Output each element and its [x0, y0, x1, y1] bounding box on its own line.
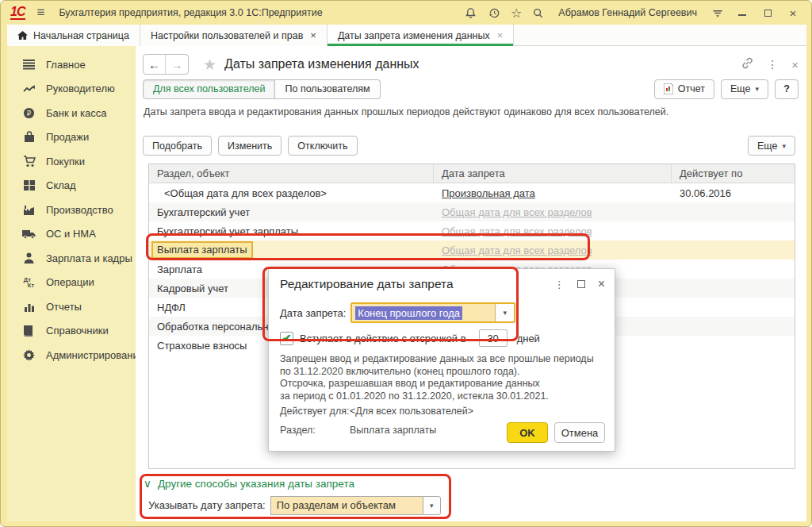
close-window-button[interactable]: ×: [784, 6, 802, 20]
cart-icon: [22, 155, 36, 168]
book-icon: [22, 324, 36, 337]
dialog-maximize-icon[interactable]: [577, 280, 585, 288]
cancel-button[interactable]: Отмена: [554, 422, 605, 443]
1c-logo-icon: 1С: [10, 6, 25, 20]
form-close-icon[interactable]: ×: [791, 58, 799, 71]
search-icon[interactable]: [530, 5, 546, 21]
sidebar-item-label: Отчеты: [46, 301, 82, 313]
cell-section-focused[interactable]: Выплата зарплаты: [151, 241, 253, 259]
main-menu-icon[interactable]: ≡: [36, 5, 44, 21]
applies-for-label: Действует для:: [280, 406, 350, 417]
truck-icon: [22, 227, 36, 240]
tab-restriction-dates[interactable]: Даты запрета изменения данных ×: [327, 25, 514, 46]
sidebar-item-label: Операции: [46, 276, 94, 288]
date-link[interactable]: Общая дата для всех разделов: [442, 206, 592, 218]
tab-home[interactable]: Начальная страница: [7, 25, 140, 46]
table-row[interactable]: Бухгалтерский учет Общая дата для всех р…: [149, 202, 795, 221]
sidebar-item-label: Банк и касса: [46, 107, 107, 119]
sidebar-item-sales[interactable]: Продажи: [7, 125, 136, 150]
sidebar-item-purchases[interactable]: Покупки: [7, 149, 136, 174]
specify-date-value: По разделам и объектам: [270, 496, 423, 515]
home-icon: [17, 31, 28, 40]
date-link[interactable]: Общая дата для всех разделов: [442, 225, 592, 237]
sidebar-item-reports[interactable]: Отчеты: [7, 294, 136, 319]
table-row[interactable]: Бухгалтерский учет зарплаты Общая дата д…: [149, 221, 795, 240]
maximize-button[interactable]: [759, 6, 776, 20]
sidebar-item-operations[interactable]: ДтКт Операции: [7, 271, 136, 295]
dialog-close-icon[interactable]: ×: [598, 277, 605, 291]
sections-icon: [22, 58, 36, 71]
back-button[interactable]: ←: [144, 55, 166, 74]
more-button-top[interactable]: Еще ▾: [721, 79, 768, 99]
help-button[interactable]: ?: [775, 79, 799, 99]
sidebar-item-main[interactable]: Главное: [7, 52, 136, 77]
table-toolbar: Подобрать Изменить Отключить Еще ▾: [143, 136, 795, 156]
service-menu-icon[interactable]: [710, 5, 726, 21]
forward-button[interactable]: →: [166, 55, 188, 74]
pick-button[interactable]: Подобрать: [143, 136, 212, 156]
get-link-icon[interactable]: [741, 57, 753, 71]
column-header-until[interactable]: Действует по: [672, 164, 796, 183]
date-link[interactable]: Общая дата для всех разделов: [442, 244, 592, 256]
sidebar-item-production[interactable]: Производство: [7, 198, 136, 222]
cell-section[interactable]: Бухгалтерский учет: [149, 206, 434, 218]
table-row[interactable]: <Общая дата для всех разделов> Произволь…: [149, 183, 795, 202]
sidebar-nav: Главное Руководителю ₽ Банк и касса Прод…: [7, 46, 136, 521]
column-header-date[interactable]: Дата запрета: [434, 164, 672, 183]
title-bar: 1С ≡ Бухгалтерия предприятия, редакция 3…: [1, 1, 811, 25]
table-row-selected[interactable]: Выплата зарплаты Общая дата для всех раз…: [149, 240, 795, 260]
sidebar-item-label: Склад: [46, 179, 76, 191]
chevron-down-icon[interactable]: ▾: [495, 304, 514, 321]
history-icon[interactable]: [487, 5, 503, 21]
form-more-icon[interactable]: ⋮: [767, 58, 778, 71]
minimize-button[interactable]: [733, 6, 751, 20]
nav-buttons: ← →: [143, 54, 189, 75]
current-user-name[interactable]: Абрамов Геннадий Сергеевич: [558, 7, 697, 18]
sidebar-item-bank-cash[interactable]: ₽ Банк и касса: [7, 101, 136, 125]
column-header-section[interactable]: Раздел, объект: [149, 164, 434, 183]
cell-section[interactable]: Бухгалтерский учет зарплаты: [149, 225, 434, 237]
sidebar-item-manager[interactable]: Руководителю: [7, 77, 136, 102]
defer-checkbox[interactable]: ✔: [280, 332, 293, 345]
sidebar-item-directories[interactable]: Справочники: [7, 319, 136, 344]
dialog-more-icon[interactable]: ⋮: [554, 279, 565, 290]
tab-user-settings[interactable]: Настройки пользователей и прав ×: [140, 25, 327, 46]
notifications-bell-icon[interactable]: [463, 5, 479, 21]
tab-label: Даты запрета изменения данных: [338, 30, 490, 41]
all-users-toggle[interactable]: Для всех пользователей: [143, 79, 275, 99]
restriction-date-combobox[interactable]: Конец прошлого года ▾: [350, 302, 515, 323]
svg-text:₽: ₽: [27, 110, 32, 117]
specify-date-combobox[interactable]: По разделам и объектам ▾: [270, 496, 441, 515]
cell-until[interactable]: 30.06.2016: [672, 187, 796, 199]
person-icon: [22, 252, 36, 265]
date-link[interactable]: Произвольная дата: [442, 187, 535, 199]
chevron-down-icon[interactable]: ▾: [423, 496, 441, 515]
sidebar-item-administration[interactable]: Администрирование: [7, 343, 136, 367]
sidebar-item-fixed-assets[interactable]: ОС и НМА: [7, 222, 136, 247]
tab-close-icon[interactable]: ×: [497, 29, 504, 41]
app-window: 1С ≡ Бухгалтерия предприятия, редакция 3…: [0, 0, 812, 527]
more-button-table[interactable]: Еще ▾: [748, 136, 795, 156]
applies-for-value: <Для всех пользователей>: [350, 406, 473, 417]
tab-close-icon[interactable]: ×: [310, 29, 316, 41]
view-switch: Для всех пользователей По пользователям: [143, 79, 381, 99]
specify-date-label: Указывать дату запрета:: [148, 499, 266, 511]
sidebar-item-payroll-hr[interactable]: Зарплата и кадры: [7, 246, 136, 271]
page-description: Даты запрета ввода и редактирования данн…: [144, 106, 668, 117]
edit-button[interactable]: Изменить: [218, 136, 282, 156]
sidebar-item-warehouse[interactable]: Склад: [7, 174, 136, 198]
cell-section[interactable]: <Общая дата для всех разделов>: [149, 187, 434, 199]
disable-button[interactable]: Отключить: [288, 136, 357, 156]
report-button[interactable]: Отчет: [654, 79, 714, 99]
ok-button[interactable]: OK: [507, 422, 548, 443]
defer-days-input[interactable]: [479, 329, 508, 347]
by-users-toggle[interactable]: По пользователям: [275, 79, 380, 99]
other-ways-header-label: Другие способы указания даты запрета: [158, 478, 354, 490]
favorites-star-icon[interactable]: ☆: [511, 6, 522, 21]
report-doc-icon: [664, 83, 673, 94]
other-ways-expander[interactable]: ∨ Другие способы указания даты запрета: [144, 477, 354, 490]
trend-arrow-icon: [22, 82, 36, 95]
favorite-star-icon[interactable]: ★: [203, 56, 216, 74]
factory-icon: [22, 203, 36, 217]
report-button-label: Отчет: [678, 83, 705, 94]
